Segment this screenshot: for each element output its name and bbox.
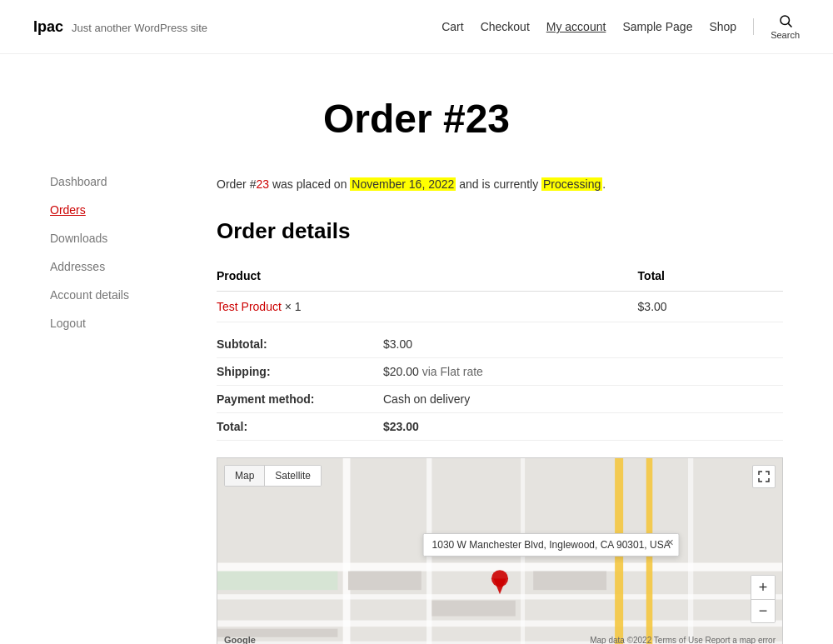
table-row: Test Product × 1 $3.00 [217, 292, 783, 322]
svg-rect-4 [217, 595, 782, 600]
summary-table: Subtotal: $3.00 Shipping: $20.00 via Fla… [217, 331, 783, 441]
page-title: Order #23 [33, 96, 800, 142]
sidebar-item-logout[interactable]: Logout [50, 317, 167, 330]
fullscreen-icon [758, 471, 770, 482]
nav-checkout[interactable]: Checkout [481, 20, 530, 33]
status-prefix: Order # [217, 177, 256, 191]
tooltip-close[interactable]: ✕ [666, 537, 674, 548]
status-suffix: . [602, 177, 606, 191]
map-container[interactable]: Map Satellite 1030 W Manchester Blvd, In… [217, 457, 783, 644]
status-mid2: and is currently [456, 177, 541, 191]
map-attribution: Map data ©2022 Terms of Use Report a map… [590, 636, 776, 644]
order-details-title: Order details [217, 218, 783, 244]
svg-rect-13 [348, 572, 421, 591]
map-tab-controls: Map Satellite [224, 465, 322, 487]
svg-line-1 [788, 23, 791, 27]
map-tab-satellite[interactable]: Satellite [264, 466, 321, 486]
map-zoom-out[interactable]: − [751, 599, 775, 622]
nav-cart[interactable]: Cart [441, 20, 463, 33]
col-total: Total [638, 261, 783, 292]
map-branding: Google [224, 635, 256, 644]
svg-rect-16 [533, 572, 606, 591]
svg-rect-7 [343, 458, 351, 644]
sidebar-item-orders[interactable]: Orders [50, 203, 167, 217]
svg-rect-15 [217, 572, 337, 591]
page-title-area: Order #23 [0, 54, 833, 175]
nav-sample-page[interactable]: Sample Page [622, 20, 692, 33]
sidebar-item-dashboard[interactable]: Dashboard [50, 175, 167, 188]
sidebar-item-addresses[interactable]: Addresses [50, 260, 167, 273]
site-nav: Cart Checkout My account Sample Page Sho… [441, 13, 800, 40]
product-cell: Test Product × 1 [217, 292, 638, 322]
sidebar-item-account-details[interactable]: Account details [50, 288, 167, 302]
svg-rect-5 [217, 621, 782, 627]
payment-label: Payment method: [217, 386, 383, 413]
total-value: $23.00 [383, 413, 783, 441]
shipping-row: Shipping: $20.00 via Flat rate [217, 358, 783, 386]
sidebar: Dashboard Orders Downloads Addresses Acc… [50, 175, 167, 644]
search-button[interactable]: Search [771, 13, 800, 40]
search-label: Search [771, 30, 800, 40]
svg-rect-12 [688, 458, 693, 644]
shipping-label: Shipping: [217, 358, 383, 386]
map-fullscreen-button[interactable] [752, 465, 776, 488]
map-zoom-controls: + − [751, 575, 776, 623]
nav-separator [753, 18, 754, 35]
svg-rect-14 [431, 601, 515, 617]
subtotal-label: Subtotal: [217, 331, 383, 358]
total-label: Total: [217, 413, 383, 441]
total-row: Total: $23.00 [217, 413, 783, 441]
order-number-link[interactable]: 23 [256, 177, 269, 191]
nav-shop[interactable]: Shop [709, 20, 736, 33]
search-icon [778, 13, 793, 28]
col-product: Product [217, 261, 638, 292]
site-name: Ipac [33, 18, 63, 36]
map-address-tooltip: 1030 W Manchester Blvd, Inglewood, CA 90… [423, 533, 680, 557]
shipping-note: via Flat rate [419, 365, 483, 378]
status-mid: was placed on [269, 177, 350, 191]
product-total: $3.00 [638, 292, 783, 322]
site-tagline: Just another WordPress site [72, 22, 207, 34]
nav-my-account[interactable]: My account [546, 20, 606, 33]
shipping-value: $20.00 via Flat rate [383, 358, 783, 386]
content: Order #23 was placed on November 16, 202… [217, 175, 783, 644]
site-branding: Ipac Just another WordPress site [33, 18, 207, 36]
product-link[interactable]: Test Product [217, 300, 282, 313]
subtotal-value: $3.00 [383, 331, 783, 358]
sidebar-item-downloads[interactable]: Downloads [50, 232, 167, 245]
tooltip-address: 1030 W Manchester Blvd, Inglewood, CA 90… [432, 539, 671, 551]
map-tab-map[interactable]: Map [225, 466, 264, 486]
main-layout: Dashboard Orders Downloads Addresses Acc… [17, 175, 816, 644]
order-date: November 16, 2022 [350, 177, 456, 191]
order-status-message: Order #23 was placed on November 16, 202… [217, 175, 783, 193]
payment-row: Payment method: Cash on delivery [217, 386, 783, 413]
svg-rect-3 [217, 563, 782, 572]
order-table: Product Total Test Product × 1 $3.00 [217, 261, 783, 322]
product-qty: × 1 [285, 300, 302, 313]
order-status: Processing [541, 177, 602, 191]
payment-value: Cash on delivery [383, 386, 783, 413]
subtotal-row: Subtotal: $3.00 [217, 331, 783, 358]
map-zoom-in[interactable]: + [751, 576, 775, 599]
svg-point-0 [781, 16, 790, 25]
site-header: Ipac Just another WordPress site Cart Ch… [0, 0, 833, 54]
